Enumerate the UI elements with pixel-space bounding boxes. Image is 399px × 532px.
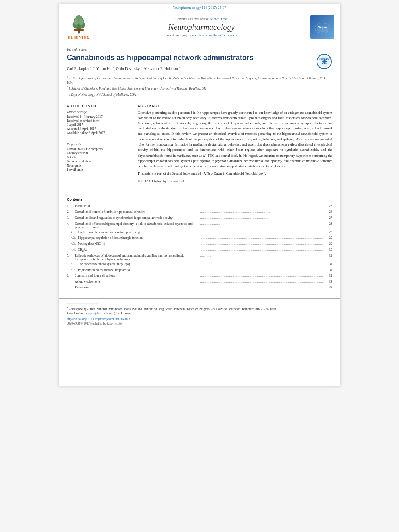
keywords-divider (67, 139, 126, 139)
contents-text-6: Summary and future directions (75, 274, 198, 277)
contents-page-4-4: 30 (324, 248, 332, 251)
contents-text-ref: References (75, 286, 198, 289)
journal-logo-right: Neuro (308, 14, 336, 39)
contents-num-1: 1. (67, 204, 75, 208)
journal-header: ELSEVIER Contents lists available at Sci… (59, 11, 340, 43)
article-info-heading: ARTICLE INFO (67, 104, 126, 108)
contents-item-4: 4. Cannabinoid effects on hippocampal ci… (67, 222, 332, 229)
article-title: Cannabinoids as hippocampal network admi… (67, 53, 332, 62)
neuro-logo-text: Neuro (317, 25, 327, 29)
contents-item-4-1: 4.1. Cortical oscillations and informati… (67, 230, 332, 235)
contents-text-5-1: The endocannabinoid system in epilepsy (78, 262, 200, 266)
citation-bar: Neuropharmacology 124 (2017) 25–37 (59, 4, 340, 11)
contents-dots-5-2: ........................................… (201, 268, 323, 273)
svg-point-6 (79, 19, 84, 25)
journal-homepage: journal homepage: www.elsevier.com/locat… (165, 33, 239, 37)
corresponding-author-note: * Corresponding author. National Institu… (67, 306, 332, 316)
copyright-text: 0028-3908/© 2017 Published by Elsevier L… (67, 322, 332, 325)
keyword-2: GABA (67, 156, 126, 159)
contents-dots-ack: ........................................… (200, 279, 323, 285)
science-direct-link[interactable]: ScienceDirect (210, 17, 228, 21)
svg-rect-8 (75, 29, 82, 29)
crossmark-badge: CrossMark (316, 53, 332, 70)
contents-sub-num-5-1: 5.1. (67, 262, 78, 266)
keyword-0: Cannabinoid CB2 receptors (67, 147, 126, 151)
abstract-paragraph-2: This article is part of the Special Issu… (138, 171, 332, 176)
contents-text-4-2: Hippocampal regulation of dopaminergic f… (78, 236, 200, 240)
keyword-4: Neuregulin (67, 164, 126, 168)
contents-page-ref: 33 (324, 286, 332, 289)
abstract-heading: ABSTRACT (138, 104, 332, 108)
contents-dots-4-4: ........................................… (201, 247, 323, 253)
contents-sub-num-4-3: 4.3. (67, 242, 78, 246)
article-content: Invited review Cannabinoids as hippocamp… (59, 43, 340, 190)
contents-page-3: 27 (324, 216, 332, 220)
footer: * Corresponding author. National Institu… (59, 298, 340, 329)
abstract-column: ABSTRACT Extensive pioneering studies pe… (138, 104, 332, 186)
contents-page-4-1: 28 (324, 230, 332, 234)
elsevier-brand-label: ELSEVIER (68, 35, 90, 39)
affiliations: a a U.S. Department of Health and Human … (67, 75, 332, 97)
keyword-1: Cholecystokinin (67, 151, 126, 155)
email-link[interactable]: clupica@mail.nih.gov (86, 312, 113, 315)
contents-item-3: 3. Cannabinoids and regulation of synchr… (67, 216, 332, 221)
contents-section: Contents 1. Introduction ...............… (59, 193, 340, 295)
contents-item-2: 2. Cannabinoid control of intrinsic hipp… (67, 210, 332, 215)
invited-review-label: Invited review (67, 47, 332, 51)
contents-page-5-1: 31 (324, 262, 332, 266)
contents-dots-4-1: ........................................… (201, 230, 323, 235)
abstract-copyright: © 2017 Published by Elsevier Ltd. (138, 179, 332, 184)
contents-text-ack: Acknowledgements (75, 280, 198, 283)
contents-sub-num-5-2: 5.2. (67, 268, 78, 272)
contents-num-4: 4. (67, 222, 75, 226)
contents-page-4: 28 (324, 222, 332, 226)
journal-homepage-link[interactable]: www.elsevier.com/locate/neuropharm (189, 33, 238, 37)
contents-text-4-3: Neuregulin (NRG-1) (78, 242, 200, 246)
contents-text-4: Cannabinoid effects on hippocampal circu… (75, 222, 198, 229)
email-suffix: (C.R. Lupica). (114, 312, 131, 315)
footer-rule (67, 303, 99, 304)
contents-page-4-2: 29 (324, 236, 332, 240)
history-label: Article history: (67, 110, 126, 114)
contents-dots-4: .............................. (200, 222, 323, 227)
contents-num-3: 3. (67, 216, 75, 220)
contents-page-6: 32 (324, 274, 332, 277)
received-revised-label: Received in revised form (67, 119, 126, 123)
contents-sub-num-4-1: 4.1. (67, 230, 78, 234)
contents-dots-4-3: ........................................… (201, 242, 323, 247)
contents-dots-5-1: ........................................… (201, 262, 323, 267)
contents-page-4-3: 29 (324, 242, 332, 246)
affiliation-a: a a U.S. Department of Health and Human … (67, 75, 332, 86)
contents-item-ref: References .............................… (67, 285, 332, 290)
received-date: Received 24 February 2017 (67, 115, 126, 119)
contents-item-4-3: 4.3. Neuregulin (NRG-1) ................… (67, 242, 332, 247)
contents-dots-3: ........................................… (200, 216, 323, 221)
article-info-column: ARTICLE INFO Article history: Received 2… (67, 104, 131, 186)
journal-title: Neuropharmacology (169, 23, 235, 32)
abstract-paragraph-1: Extensive pioneering studies performed i… (138, 110, 332, 169)
affiliation-b: b b School of Chemistry, Food and Nutrit… (67, 85, 332, 91)
contents-text-2: Cannabinoid control of intrinsic hippoca… (75, 210, 198, 214)
brain-icon (313, 22, 331, 36)
elsevier-logo: ELSEVIER (63, 14, 95, 39)
contents-num-5: 5. (67, 254, 75, 257)
abstract-text: Extensive pioneering studies performed i… (138, 110, 332, 184)
affiliation-c: c c Dept of Neurology, NYU School of Med… (67, 91, 332, 97)
contents-text-1: Introduction (75, 204, 198, 208)
keywords-section: Keywords: Cannabinoid CB2 receptors Chol… (67, 139, 126, 172)
journal-center: Contents lists available at ScienceDirec… (98, 14, 305, 39)
contents-item-4-2: 4.2. Hippocampal regulation of dopaminer… (67, 236, 332, 241)
contents-text-3: Cannabinoids and regulation of synchroni… (75, 216, 198, 220)
contents-page-5-2: 31 (324, 268, 332, 272)
crossmark-icon: CrossMark (316, 53, 332, 70)
doi-link[interactable]: http://dx.doi.org/10.1016/j.neuropharm.2… (67, 317, 332, 321)
citation-text: Neuropharmacology 124 (2017) 25–37 (173, 6, 226, 10)
contents-page-1: 26 (324, 204, 332, 208)
header-divider (67, 101, 332, 101)
contents-text-5-2: Phytocannabinoids; therapeutic potential (78, 268, 200, 272)
contents-item-ack: Acknowledgements .......................… (67, 279, 332, 285)
contents-heading: Contents (67, 197, 332, 201)
contents-sub-num-4-2: 4.2. (67, 236, 78, 240)
contents-dots-1: ........................................… (200, 204, 323, 209)
contents-dots-5: ........ ....... (200, 253, 323, 259)
